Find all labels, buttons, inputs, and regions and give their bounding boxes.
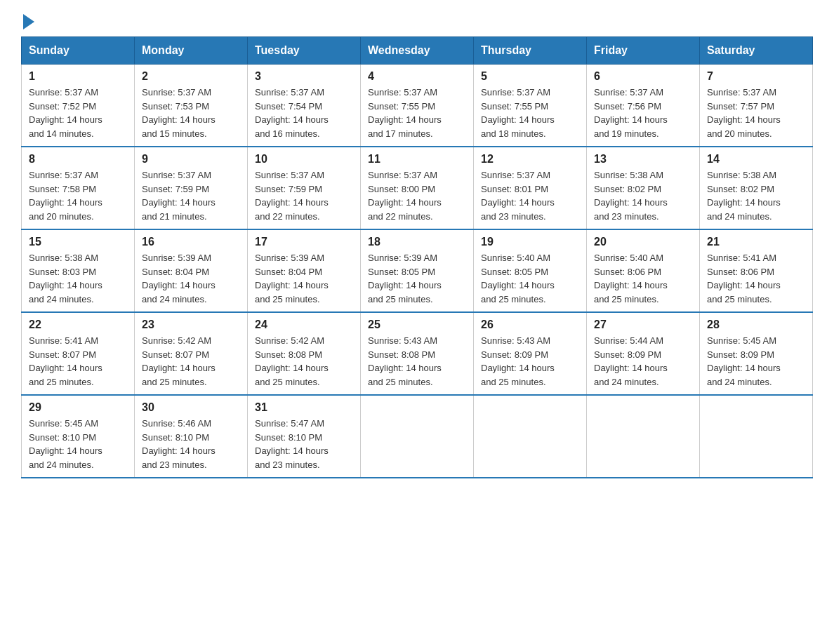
day-number: 29	[29, 401, 127, 414]
day-number: 6	[594, 70, 692, 83]
calendar-cell: 28 Sunrise: 5:45 AM Sunset: 8:09 PM Dayl…	[700, 312, 813, 395]
day-info: Sunrise: 5:38 AM Sunset: 8:02 PM Dayligh…	[594, 168, 692, 223]
day-number: 30	[142, 401, 240, 414]
day-info: Sunrise: 5:42 AM Sunset: 8:07 PM Dayligh…	[142, 334, 240, 389]
day-number: 17	[255, 236, 353, 248]
calendar-cell: 17 Sunrise: 5:39 AM Sunset: 8:04 PM Dayl…	[248, 229, 361, 312]
calendar-cell: 9 Sunrise: 5:37 AM Sunset: 7:59 PM Dayli…	[135, 147, 248, 229]
calendar-cell: 3 Sunrise: 5:37 AM Sunset: 7:54 PM Dayli…	[248, 65, 361, 147]
day-info: Sunrise: 5:43 AM Sunset: 8:09 PM Dayligh…	[481, 334, 579, 389]
calendar-cell: 10 Sunrise: 5:37 AM Sunset: 7:59 PM Dayl…	[248, 147, 361, 229]
day-number: 22	[29, 318, 127, 331]
calendar-cell: 20 Sunrise: 5:40 AM Sunset: 8:06 PM Dayl…	[587, 229, 700, 312]
calendar-cell: 7 Sunrise: 5:37 AM Sunset: 7:57 PM Dayli…	[700, 65, 813, 147]
day-info: Sunrise: 5:37 AM Sunset: 7:54 PM Dayligh…	[255, 86, 353, 140]
calendar-cell: 19 Sunrise: 5:40 AM Sunset: 8:05 PM Dayl…	[474, 229, 587, 312]
calendar-cell: 24 Sunrise: 5:42 AM Sunset: 8:08 PM Dayl…	[248, 312, 361, 395]
weekday-header-friday: Friday	[587, 37, 700, 65]
day-info: Sunrise: 5:41 AM Sunset: 8:06 PM Dayligh…	[707, 251, 805, 306]
calendar-cell	[587, 395, 700, 478]
day-number: 23	[142, 318, 240, 331]
day-info: Sunrise: 5:38 AM Sunset: 8:02 PM Dayligh…	[707, 168, 805, 223]
day-number: 21	[707, 236, 805, 248]
calendar-cell: 8 Sunrise: 5:37 AM Sunset: 7:58 PM Dayli…	[22, 147, 135, 229]
day-number: 27	[594, 318, 692, 331]
logo	[21, 14, 34, 29]
weekday-header-row: SundayMondayTuesdayWednesdayThursdayFrid…	[22, 37, 813, 65]
day-number: 13	[594, 153, 692, 166]
day-info: Sunrise: 5:37 AM Sunset: 7:59 PM Dayligh…	[255, 168, 353, 223]
day-info: Sunrise: 5:37 AM Sunset: 7:59 PM Dayligh…	[142, 168, 240, 223]
day-number: 31	[255, 401, 353, 414]
day-number: 14	[707, 153, 805, 166]
day-number: 26	[481, 318, 579, 331]
day-number: 24	[255, 318, 353, 331]
day-number: 11	[368, 153, 466, 166]
day-info: Sunrise: 5:37 AM Sunset: 7:58 PM Dayligh…	[29, 168, 127, 223]
calendar-cell: 23 Sunrise: 5:42 AM Sunset: 8:07 PM Dayl…	[135, 312, 248, 395]
day-number: 1	[29, 70, 127, 83]
page-header	[21, 14, 813, 29]
day-info: Sunrise: 5:37 AM Sunset: 7:52 PM Dayligh…	[29, 86, 127, 140]
calendar-cell: 26 Sunrise: 5:43 AM Sunset: 8:09 PM Dayl…	[474, 312, 587, 395]
day-info: Sunrise: 5:39 AM Sunset: 8:05 PM Dayligh…	[368, 251, 466, 306]
day-number: 16	[142, 236, 240, 248]
weekday-header-thursday: Thursday	[474, 37, 587, 65]
calendar-week-4: 22 Sunrise: 5:41 AM Sunset: 8:07 PM Dayl…	[22, 312, 813, 395]
day-info: Sunrise: 5:45 AM Sunset: 8:10 PM Dayligh…	[29, 417, 127, 471]
calendar-table: SundayMondayTuesdayWednesdayThursdayFrid…	[21, 36, 813, 478]
day-number: 28	[707, 318, 805, 331]
day-info: Sunrise: 5:37 AM Sunset: 8:00 PM Dayligh…	[368, 168, 466, 223]
day-info: Sunrise: 5:39 AM Sunset: 8:04 PM Dayligh…	[142, 251, 240, 306]
day-info: Sunrise: 5:45 AM Sunset: 8:09 PM Dayligh…	[707, 334, 805, 389]
calendar-cell: 14 Sunrise: 5:38 AM Sunset: 8:02 PM Dayl…	[700, 147, 813, 229]
day-number: 20	[594, 236, 692, 248]
calendar-cell	[474, 395, 587, 478]
weekday-header-saturday: Saturday	[700, 37, 813, 65]
calendar-week-3: 15 Sunrise: 5:38 AM Sunset: 8:03 PM Dayl…	[22, 229, 813, 312]
day-info: Sunrise: 5:37 AM Sunset: 7:55 PM Dayligh…	[368, 86, 466, 140]
calendar-cell: 6 Sunrise: 5:37 AM Sunset: 7:56 PM Dayli…	[587, 65, 700, 147]
day-info: Sunrise: 5:38 AM Sunset: 8:03 PM Dayligh…	[29, 251, 127, 306]
day-number: 18	[368, 236, 466, 248]
day-number: 15	[29, 236, 127, 248]
day-info: Sunrise: 5:41 AM Sunset: 8:07 PM Dayligh…	[29, 334, 127, 389]
day-info: Sunrise: 5:42 AM Sunset: 8:08 PM Dayligh…	[255, 334, 353, 389]
logo-arrow-icon	[23, 14, 34, 29]
calendar-cell: 18 Sunrise: 5:39 AM Sunset: 8:05 PM Dayl…	[361, 229, 474, 312]
calendar-cell: 5 Sunrise: 5:37 AM Sunset: 7:55 PM Dayli…	[474, 65, 587, 147]
day-info: Sunrise: 5:40 AM Sunset: 8:05 PM Dayligh…	[481, 251, 579, 306]
calendar-cell	[700, 395, 813, 478]
weekday-header-tuesday: Tuesday	[248, 37, 361, 65]
day-number: 9	[142, 153, 240, 166]
calendar-week-1: 1 Sunrise: 5:37 AM Sunset: 7:52 PM Dayli…	[22, 65, 813, 147]
calendar-cell: 22 Sunrise: 5:41 AM Sunset: 8:07 PM Dayl…	[22, 312, 135, 395]
calendar-cell: 29 Sunrise: 5:45 AM Sunset: 8:10 PM Dayl…	[22, 395, 135, 478]
day-number: 12	[481, 153, 579, 166]
calendar-week-2: 8 Sunrise: 5:37 AM Sunset: 7:58 PM Dayli…	[22, 147, 813, 229]
day-number: 2	[142, 70, 240, 83]
day-info: Sunrise: 5:40 AM Sunset: 8:06 PM Dayligh…	[594, 251, 692, 306]
calendar-cell: 30 Sunrise: 5:46 AM Sunset: 8:10 PM Dayl…	[135, 395, 248, 478]
weekday-header-monday: Monday	[135, 37, 248, 65]
calendar-cell: 25 Sunrise: 5:43 AM Sunset: 8:08 PM Dayl…	[361, 312, 474, 395]
calendar-cell: 1 Sunrise: 5:37 AM Sunset: 7:52 PM Dayli…	[22, 65, 135, 147]
calendar-cell: 16 Sunrise: 5:39 AM Sunset: 8:04 PM Dayl…	[135, 229, 248, 312]
day-info: Sunrise: 5:37 AM Sunset: 7:55 PM Dayligh…	[481, 86, 579, 140]
calendar-cell: 21 Sunrise: 5:41 AM Sunset: 8:06 PM Dayl…	[700, 229, 813, 312]
day-number: 8	[29, 153, 127, 166]
day-number: 5	[481, 70, 579, 83]
day-info: Sunrise: 5:37 AM Sunset: 7:53 PM Dayligh…	[142, 86, 240, 140]
calendar-header: SundayMondayTuesdayWednesdayThursdayFrid…	[22, 37, 813, 65]
calendar-cell: 2 Sunrise: 5:37 AM Sunset: 7:53 PM Dayli…	[135, 65, 248, 147]
day-info: Sunrise: 5:46 AM Sunset: 8:10 PM Dayligh…	[142, 417, 240, 471]
calendar-week-5: 29 Sunrise: 5:45 AM Sunset: 8:10 PM Dayl…	[22, 395, 813, 478]
day-info: Sunrise: 5:37 AM Sunset: 7:56 PM Dayligh…	[594, 86, 692, 140]
weekday-header-sunday: Sunday	[22, 37, 135, 65]
day-number: 3	[255, 70, 353, 83]
calendar-body: 1 Sunrise: 5:37 AM Sunset: 7:52 PM Dayli…	[22, 65, 813, 478]
day-info: Sunrise: 5:37 AM Sunset: 8:01 PM Dayligh…	[481, 168, 579, 223]
weekday-header-wednesday: Wednesday	[361, 37, 474, 65]
day-info: Sunrise: 5:43 AM Sunset: 8:08 PM Dayligh…	[368, 334, 466, 389]
day-info: Sunrise: 5:37 AM Sunset: 7:57 PM Dayligh…	[707, 86, 805, 140]
